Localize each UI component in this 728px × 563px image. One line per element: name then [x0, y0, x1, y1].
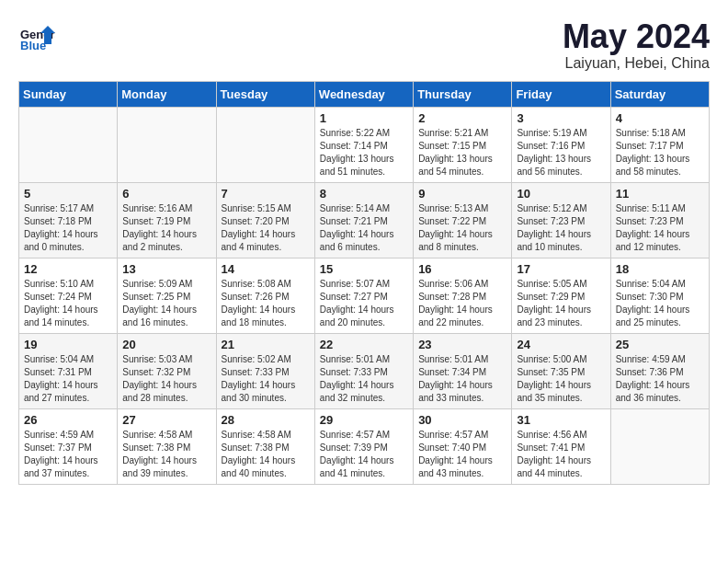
- calendar-cell: 29Sunrise: 4:57 AM Sunset: 7:39 PM Dayli…: [314, 408, 413, 484]
- day-info: Sunrise: 5:22 AM Sunset: 7:14 PM Dayligh…: [320, 127, 408, 178]
- day-info: Sunrise: 5:21 AM Sunset: 7:15 PM Dayligh…: [418, 127, 506, 178]
- calendar-cell: 8Sunrise: 5:14 AM Sunset: 7:21 PM Daylig…: [314, 182, 413, 258]
- day-info: Sunrise: 4:59 AM Sunset: 7:37 PM Dayligh…: [24, 429, 112, 480]
- day-number: 6: [122, 187, 210, 201]
- day-number: 16: [418, 262, 506, 276]
- calendar-cell: 28Sunrise: 4:58 AM Sunset: 7:38 PM Dayli…: [216, 408, 314, 484]
- page-header: General Blue May 2024 Laiyuan, Hebei, Ch…: [18, 18, 710, 72]
- day-info: Sunrise: 4:57 AM Sunset: 7:40 PM Dayligh…: [418, 429, 506, 480]
- day-number: 27: [122, 413, 210, 427]
- calendar-cell: 7Sunrise: 5:15 AM Sunset: 7:20 PM Daylig…: [216, 182, 314, 258]
- day-number: 25: [616, 338, 704, 351]
- calendar-cell: [610, 408, 709, 484]
- day-info: Sunrise: 5:05 AM Sunset: 7:29 PM Dayligh…: [517, 278, 605, 329]
- col-header-tuesday: Tuesday: [216, 81, 314, 107]
- day-number: 30: [418, 413, 506, 427]
- calendar-table: SundayMondayTuesdayWednesdayThursdayFrid…: [18, 81, 710, 485]
- day-number: 20: [122, 338, 210, 351]
- calendar-cell: 26Sunrise: 4:59 AM Sunset: 7:37 PM Dayli…: [19, 408, 118, 484]
- day-number: 19: [24, 338, 112, 351]
- day-info: Sunrise: 5:10 AM Sunset: 7:24 PM Dayligh…: [24, 278, 112, 329]
- calendar-cell: 9Sunrise: 5:13 AM Sunset: 7:22 PM Daylig…: [414, 182, 512, 258]
- day-number: 5: [24, 187, 112, 201]
- calendar-week-1: 1Sunrise: 5:22 AM Sunset: 7:14 PM Daylig…: [19, 107, 710, 182]
- day-number: 15: [320, 262, 408, 276]
- logo: General Blue: [18, 18, 59, 55]
- day-info: Sunrise: 5:15 AM Sunset: 7:20 PM Dayligh…: [222, 202, 310, 254]
- calendar-cell: 24Sunrise: 5:00 AM Sunset: 7:35 PM Dayli…: [512, 333, 610, 408]
- day-info: Sunrise: 5:01 AM Sunset: 7:34 PM Dayligh…: [418, 353, 506, 405]
- calendar-cell: 1Sunrise: 5:22 AM Sunset: 7:14 PM Daylig…: [314, 107, 413, 182]
- calendar-body: 1Sunrise: 5:22 AM Sunset: 7:14 PM Daylig…: [19, 107, 710, 484]
- day-info: Sunrise: 4:59 AM Sunset: 7:36 PM Dayligh…: [616, 353, 704, 405]
- calendar-cell: 17Sunrise: 5:05 AM Sunset: 7:29 PM Dayli…: [512, 258, 610, 333]
- day-info: Sunrise: 5:04 AM Sunset: 7:30 PM Dayligh…: [616, 278, 704, 329]
- calendar-cell: 27Sunrise: 4:58 AM Sunset: 7:38 PM Dayli…: [118, 408, 216, 484]
- day-info: Sunrise: 5:03 AM Sunset: 7:32 PM Dayligh…: [122, 353, 210, 405]
- calendar-cell: 3Sunrise: 5:19 AM Sunset: 7:16 PM Daylig…: [512, 107, 610, 182]
- day-info: Sunrise: 4:58 AM Sunset: 7:38 PM Dayligh…: [222, 429, 310, 480]
- day-number: 9: [418, 187, 506, 201]
- calendar-cell: 19Sunrise: 5:04 AM Sunset: 7:31 PM Dayli…: [19, 333, 118, 408]
- svg-text:Blue: Blue: [20, 39, 46, 52]
- day-info: Sunrise: 5:16 AM Sunset: 7:19 PM Dayligh…: [122, 202, 210, 254]
- calendar-cell: 13Sunrise: 5:09 AM Sunset: 7:25 PM Dayli…: [118, 258, 216, 333]
- day-info: Sunrise: 5:18 AM Sunset: 7:17 PM Dayligh…: [616, 127, 704, 178]
- calendar-cell: 14Sunrise: 5:08 AM Sunset: 7:26 PM Dayli…: [216, 258, 314, 333]
- day-number: 18: [616, 262, 704, 276]
- day-number: 24: [517, 338, 605, 351]
- calendar-week-2: 5Sunrise: 5:17 AM Sunset: 7:18 PM Daylig…: [19, 182, 710, 258]
- day-info: Sunrise: 4:57 AM Sunset: 7:39 PM Dayligh…: [320, 429, 408, 480]
- day-number: 3: [517, 111, 605, 125]
- day-number: 26: [24, 413, 112, 427]
- calendar-cell: 11Sunrise: 5:11 AM Sunset: 7:23 PM Dayli…: [610, 182, 709, 258]
- day-number: 12: [24, 262, 112, 276]
- calendar-cell: 31Sunrise: 4:56 AM Sunset: 7:41 PM Dayli…: [512, 408, 610, 484]
- calendar-cell: 21Sunrise: 5:02 AM Sunset: 7:33 PM Dayli…: [216, 333, 314, 408]
- logo-icon: General Blue: [18, 18, 55, 55]
- col-header-wednesday: Wednesday: [314, 81, 413, 107]
- day-number: 8: [320, 187, 408, 201]
- calendar-cell: 16Sunrise: 5:06 AM Sunset: 7:28 PM Dayli…: [414, 258, 512, 333]
- day-info: Sunrise: 5:01 AM Sunset: 7:33 PM Dayligh…: [320, 353, 408, 405]
- col-header-monday: Monday: [118, 81, 216, 107]
- day-info: Sunrise: 5:12 AM Sunset: 7:23 PM Dayligh…: [517, 202, 605, 254]
- day-number: 2: [418, 111, 506, 125]
- day-number: 7: [222, 187, 310, 201]
- calendar-cell: 5Sunrise: 5:17 AM Sunset: 7:18 PM Daylig…: [19, 182, 118, 258]
- day-info: Sunrise: 5:19 AM Sunset: 7:16 PM Dayligh…: [517, 127, 605, 178]
- day-number: 13: [122, 262, 210, 276]
- calendar-cell: 10Sunrise: 5:12 AM Sunset: 7:23 PM Dayli…: [512, 182, 610, 258]
- day-info: Sunrise: 4:56 AM Sunset: 7:41 PM Dayligh…: [517, 429, 605, 480]
- calendar-cell: 4Sunrise: 5:18 AM Sunset: 7:17 PM Daylig…: [610, 107, 709, 182]
- calendar-cell: 2Sunrise: 5:21 AM Sunset: 7:15 PM Daylig…: [414, 107, 512, 182]
- calendar-cell: 30Sunrise: 4:57 AM Sunset: 7:40 PM Dayli…: [414, 408, 512, 484]
- calendar-week-5: 26Sunrise: 4:59 AM Sunset: 7:37 PM Dayli…: [19, 408, 710, 484]
- day-number: 28: [222, 413, 310, 427]
- calendar-cell: [19, 107, 118, 182]
- day-number: 1: [320, 111, 408, 125]
- day-info: Sunrise: 5:14 AM Sunset: 7:21 PM Dayligh…: [320, 202, 408, 254]
- calendar-cell: 20Sunrise: 5:03 AM Sunset: 7:32 PM Dayli…: [118, 333, 216, 408]
- col-header-sunday: Sunday: [19, 81, 118, 107]
- day-number: 31: [517, 413, 605, 427]
- day-number: 10: [517, 187, 605, 201]
- day-number: 22: [320, 338, 408, 351]
- day-info: Sunrise: 5:11 AM Sunset: 7:23 PM Dayligh…: [616, 202, 704, 254]
- calendar-cell: 25Sunrise: 4:59 AM Sunset: 7:36 PM Dayli…: [610, 333, 709, 408]
- day-info: Sunrise: 5:09 AM Sunset: 7:25 PM Dayligh…: [122, 278, 210, 329]
- day-info: Sunrise: 5:04 AM Sunset: 7:31 PM Dayligh…: [24, 353, 112, 405]
- title-block: May 2024 Laiyuan, Hebei, China: [563, 18, 710, 72]
- calendar-cell: [118, 107, 216, 182]
- calendar-cell: 23Sunrise: 5:01 AM Sunset: 7:34 PM Dayli…: [414, 333, 512, 408]
- calendar-cell: 22Sunrise: 5:01 AM Sunset: 7:33 PM Dayli…: [314, 333, 413, 408]
- day-number: 21: [222, 338, 310, 351]
- day-info: Sunrise: 5:13 AM Sunset: 7:22 PM Dayligh…: [418, 202, 506, 254]
- day-info: Sunrise: 5:00 AM Sunset: 7:35 PM Dayligh…: [517, 353, 605, 405]
- day-number: 23: [418, 338, 506, 351]
- col-header-saturday: Saturday: [610, 81, 709, 107]
- day-info: Sunrise: 5:02 AM Sunset: 7:33 PM Dayligh…: [222, 353, 310, 405]
- calendar-cell: 15Sunrise: 5:07 AM Sunset: 7:27 PM Dayli…: [314, 258, 413, 333]
- calendar-cell: 12Sunrise: 5:10 AM Sunset: 7:24 PM Dayli…: [19, 258, 118, 333]
- month-title: May 2024: [563, 18, 710, 55]
